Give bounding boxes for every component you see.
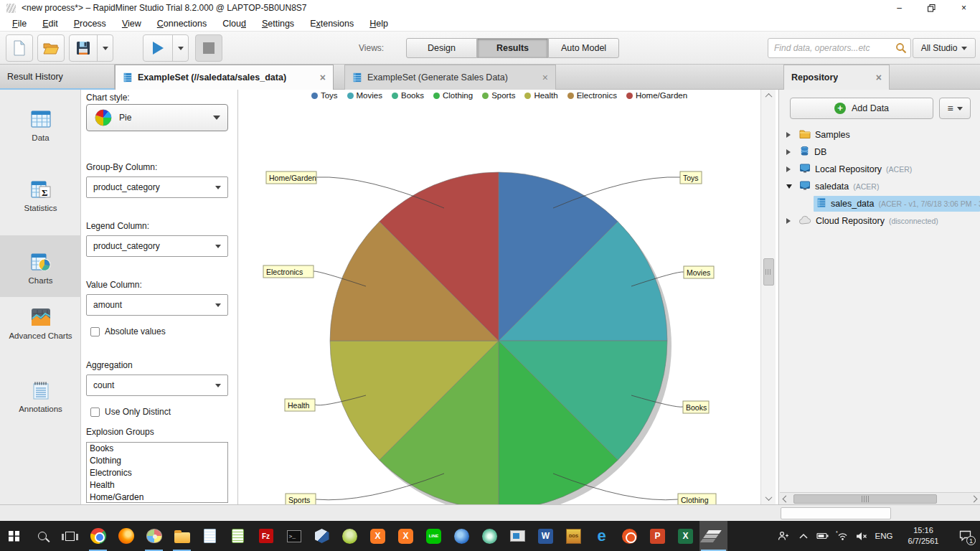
sidebar-item-charts[interactable]: Charts (0, 235, 81, 297)
menu-settings[interactable]: Settings (254, 17, 302, 30)
expand-arrow-icon[interactable] (786, 149, 796, 155)
menu-edit[interactable]: Edit (34, 17, 66, 30)
menu-extensions[interactable]: Extensions (302, 17, 362, 30)
cmd-icon[interactable]: >_ (280, 521, 308, 551)
ubuntu-icon[interactable] (616, 521, 644, 551)
tab-exampleset-sales-data[interactable]: ExampleSet (//saledata/sales_data) × (115, 65, 334, 90)
close-button[interactable]: × (948, 0, 980, 16)
restore-button[interactable] (915, 0, 948, 16)
collapse-arrow-icon[interactable] (786, 184, 796, 189)
menu-help[interactable]: Help (362, 17, 396, 30)
horizontal-scrollbar-thumb[interactable] (793, 494, 937, 504)
view-results-button[interactable]: Results (477, 38, 548, 58)
run-button[interactable] (143, 35, 172, 61)
repo-item-local-repository[interactable]: Local Repository(ACER) (779, 161, 980, 178)
explosion-group-item[interactable]: Health (87, 479, 227, 491)
tab-repository[interactable]: Repository × (783, 65, 890, 90)
menu-file[interactable]: File (4, 17, 34, 30)
sidebar-item-data[interactable]: Data (0, 105, 81, 154)
rapidminer-icon[interactable] (699, 521, 727, 551)
taskbar-clock[interactable]: 15:16 6/7/2561 (897, 521, 950, 551)
repo-item-db[interactable]: DB (779, 143, 980, 161)
daemon-tools-icon[interactable] (448, 521, 476, 551)
dosbox-icon[interactable]: DOS (560, 521, 588, 551)
paint-icon[interactable] (140, 521, 168, 551)
people-tray-button[interactable] (773, 521, 794, 551)
sidebar-item-statistics[interactable]: Σ Statistics (0, 176, 81, 225)
open-process-button[interactable] (37, 34, 65, 62)
explosion-group-item[interactable]: Books (87, 443, 227, 455)
menu-process[interactable]: Process (66, 17, 114, 30)
start-icon[interactable] (0, 521, 28, 551)
task-view-icon[interactable] (56, 521, 84, 551)
battery-tray-button[interactable] (813, 521, 832, 551)
word-icon[interactable]: W (532, 521, 560, 551)
network-tray-button[interactable]: * (832, 521, 852, 551)
vertical-scrollbar-thumb[interactable] (763, 258, 774, 286)
sidebar-item-advanced-charts[interactable]: Advanced Charts (0, 303, 81, 361)
android-studio-icon[interactable] (336, 521, 364, 551)
aggregation-dropdown[interactable]: count (86, 375, 228, 396)
xampp-icon[interactable]: X (364, 521, 392, 551)
atom-icon[interactable] (476, 521, 504, 551)
chart-vertical-scrollbar[interactable] (760, 90, 776, 504)
xampp-icon-2[interactable]: X (392, 521, 420, 551)
scroll-down-button[interactable] (761, 492, 776, 504)
edge-icon[interactable]: e (588, 521, 616, 551)
expand-arrow-icon[interactable] (786, 166, 796, 172)
repo-item-cloud-repository[interactable]: Cloud Repository(disconnected) (779, 212, 980, 230)
search-scope-dropdown[interactable]: All Studio (913, 38, 976, 58)
view-design-button[interactable]: Design (406, 38, 477, 58)
groupby-dropdown[interactable]: product_category (86, 176, 228, 198)
explosion-group-item[interactable]: Clothing (87, 455, 227, 467)
close-icon[interactable]: × (870, 72, 882, 83)
scroll-up-button[interactable] (761, 90, 776, 102)
legend-column-dropdown[interactable]: product_category (86, 235, 228, 257)
add-data-button[interactable]: + Add Data (790, 98, 933, 119)
use-only-distinct-checkbox[interactable] (90, 408, 100, 417)
file-explorer-icon[interactable] (168, 521, 196, 551)
save-button[interactable] (70, 35, 97, 61)
firefox-icon[interactable] (112, 521, 140, 551)
absolute-values-checkbox[interactable] (90, 327, 100, 336)
explosion-groups-list[interactable]: BooksClothingElectronicsHealthHome/Garde… (86, 442, 228, 503)
action-center-button[interactable]: 1 (950, 521, 980, 551)
close-icon[interactable]: × (314, 72, 326, 83)
repository-horizontal-scrollbar[interactable] (780, 492, 980, 504)
tab-result-history[interactable]: Result History (0, 65, 115, 90)
notepadpp-icon[interactable] (224, 521, 252, 551)
global-search-input[interactable] (768, 38, 911, 58)
tab-exampleset-generate-sales-data[interactable]: ExampleSet (Generate Sales Data) × (344, 65, 556, 90)
filezilla-icon[interactable]: Fz (252, 521, 280, 551)
repo-item-samples[interactable]: Samples (779, 126, 980, 143)
explosion-group-item[interactable]: Home/Garden (87, 491, 227, 503)
minimize-button[interactable]: – (883, 0, 915, 16)
repository-menu-button[interactable]: ≡ (939, 98, 971, 119)
virtualbox-icon[interactable] (308, 521, 336, 551)
run-dropdown-button[interactable] (172, 35, 188, 61)
explosion-group-item[interactable]: Electronics (87, 467, 227, 479)
volume-tray-button[interactable] (852, 521, 871, 551)
view-automodel-button[interactable]: Auto Model (548, 38, 619, 58)
scroll-right-button[interactable] (968, 493, 980, 505)
menu-cloud[interactable]: Cloud (215, 17, 254, 30)
repo-item-sales-data[interactable]: sales_data(ACER - v1, 7/6/18 3:06 PM - 3 (779, 195, 980, 212)
menu-view[interactable]: View (114, 17, 149, 30)
powerpoint-icon[interactable]: P (644, 521, 672, 551)
excel-icon[interactable]: X (672, 521, 699, 551)
close-icon[interactable]: × (537, 72, 548, 83)
notepad-icon[interactable] (196, 521, 224, 551)
taskbar-search-icon[interactable] (28, 521, 56, 551)
remote-desktop-icon[interactable] (504, 521, 532, 551)
chart-style-dropdown[interactable]: Pie (86, 104, 228, 131)
new-process-button[interactable] (6, 34, 33, 62)
scroll-left-button[interactable] (780, 493, 792, 505)
chrome-icon[interactable] (84, 521, 112, 551)
save-dropdown-button[interactable] (97, 35, 113, 61)
hidden-icons-button[interactable] (794, 521, 813, 551)
sidebar-item-annotations[interactable]: Annotations (0, 377, 81, 427)
language-indicator[interactable]: ENG (871, 521, 897, 551)
expand-arrow-icon[interactable] (786, 132, 796, 138)
stop-button[interactable] (195, 34, 222, 62)
expand-arrow-icon[interactable] (786, 218, 796, 224)
